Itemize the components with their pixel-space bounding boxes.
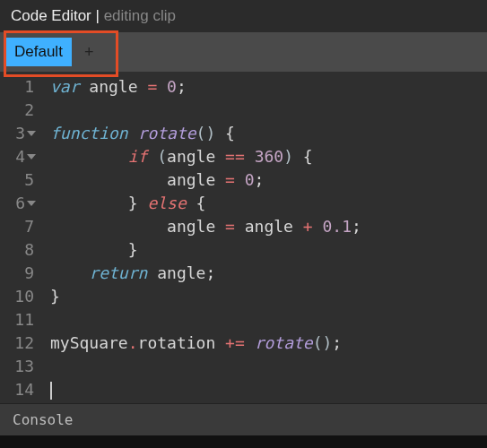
line-number: 9: [4, 262, 34, 285]
code-line[interactable]: }: [50, 238, 361, 262]
code-line[interactable]: function rotate() {: [50, 122, 361, 145]
code-line[interactable]: angle = 0;: [50, 168, 361, 192]
line-number: 5: [4, 168, 34, 192]
code-line[interactable]: if (angle == 360) {: [50, 145, 361, 168]
line-number: 6: [4, 192, 34, 215]
line-number: 2: [4, 99, 34, 122]
text-cursor: [50, 382, 52, 400]
line-number: 8: [4, 238, 34, 262]
code-line[interactable]: return angle;: [50, 262, 361, 285]
line-number: 10: [4, 285, 34, 308]
code-line[interactable]: [50, 378, 361, 401]
code-line[interactable]: } else {: [50, 192, 361, 215]
code-line[interactable]: angle = angle + 0.1;: [50, 215, 361, 238]
console-header[interactable]: Console: [0, 403, 487, 435]
header-separator: |: [91, 7, 104, 24]
line-number: 3: [4, 122, 34, 145]
line-number: 11: [4, 308, 34, 332]
tab-bar: Default +: [0, 32, 487, 72]
code-line[interactable]: }: [50, 285, 361, 308]
code-line[interactable]: [50, 355, 361, 378]
line-number: 12: [4, 332, 34, 355]
fold-icon[interactable]: [27, 201, 36, 206]
line-number: 13: [4, 355, 34, 378]
tab-default[interactable]: Default: [5, 38, 72, 66]
add-tab-button[interactable]: +: [77, 39, 101, 65]
code-line[interactable]: mySquare.rotation += rotate();: [50, 332, 361, 355]
code-line[interactable]: [50, 308, 361, 332]
line-number: 7: [4, 215, 34, 238]
fold-icon[interactable]: [27, 131, 36, 136]
editor-subtitle: editing clip: [104, 7, 176, 24]
editor-title: Code Editor: [11, 7, 91, 24]
line-number: 1: [4, 75, 34, 99]
fold-icon[interactable]: [27, 154, 36, 159]
line-number: 14: [4, 378, 34, 401]
code-line[interactable]: [50, 99, 361, 122]
console-body[interactable]: [0, 435, 487, 448]
code-editor[interactable]: 1234567891011121314 var angle = 0; funct…: [0, 72, 487, 403]
line-gutter: 1234567891011121314: [0, 72, 41, 403]
code-line[interactable]: var angle = 0;: [50, 75, 361, 99]
line-number: 4: [4, 145, 34, 168]
editor-header: Code Editor | editing clip: [0, 0, 487, 32]
code-area[interactable]: var angle = 0; function rotate() { if (a…: [41, 72, 361, 403]
